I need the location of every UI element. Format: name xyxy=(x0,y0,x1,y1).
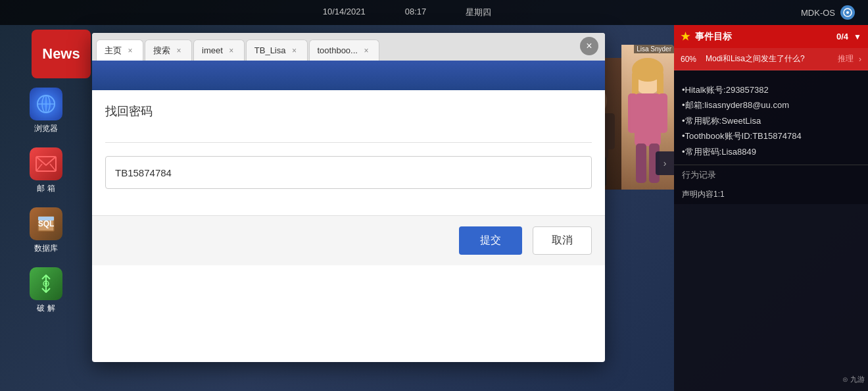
dialog-footer: 提交 取消 xyxy=(92,215,605,265)
cancel-button[interactable]: 取消 xyxy=(533,226,592,255)
tab-tb-lisa-label: TB_Lisa xyxy=(254,45,286,55)
browser-close-button[interactable]: × xyxy=(580,37,598,55)
behavior-item: 声明内容1:1 xyxy=(674,185,868,204)
password-input-field[interactable]: TB15874784 xyxy=(105,156,592,189)
top-bar-right: MDK-OS xyxy=(801,5,855,20)
event-arrow-icon: › xyxy=(859,55,861,64)
svg-rect-24 xyxy=(635,93,661,146)
event-percent: 60% xyxy=(681,55,700,64)
event-title: 事件目标 xyxy=(695,31,732,43)
browser-icon xyxy=(30,88,62,120)
dialog-title: 找回密码 xyxy=(105,103,592,129)
dialog-divider xyxy=(105,142,592,143)
svg-line-7 xyxy=(36,164,42,171)
password-info: •常用密码:Lisa8849 xyxy=(682,144,860,159)
event-count: 0/4 xyxy=(836,32,848,41)
browser-header-bar xyxy=(92,61,605,90)
tab-search[interactable]: 搜索 × xyxy=(145,39,192,61)
info-panel: •Hitalk账号:293857382 •邮箱:lisasnyder88@uu.… xyxy=(674,77,868,165)
chevron-down-icon: ▼ xyxy=(854,32,861,41)
sidebar-item-mail[interactable]: 邮 箱 xyxy=(30,147,62,194)
svg-rect-26 xyxy=(658,93,667,133)
password-input-value: TB15874784 xyxy=(115,167,172,178)
dialog-body: 找回密码 TB15874784 xyxy=(92,90,605,215)
sidebar: 浏览器 邮 箱 SQL 数据库 xyxy=(0,25,92,391)
tab-tb-lisa[interactable]: TB_Lisa × xyxy=(246,39,308,61)
browser-label: 浏览器 xyxy=(34,123,58,134)
tab-toothbook[interactable]: toothboo... × xyxy=(309,39,379,61)
svg-line-8 xyxy=(50,164,56,171)
behavior-header: 行为记录 xyxy=(674,165,868,185)
svg-point-13 xyxy=(45,282,47,285)
tab-home-label: 主页 xyxy=(105,45,122,57)
svg-point-1 xyxy=(846,11,849,14)
chevron-right-icon: › xyxy=(663,158,667,169)
event-item: 60% Modi和Lisa之间发生了什么? 推理 › xyxy=(674,48,868,70)
news-badge[interactable]: News xyxy=(32,30,91,78)
time-display: 08:17 xyxy=(405,7,427,18)
watermark-text: 九游 xyxy=(850,375,865,383)
tab-toothbook-label: toothboo... xyxy=(318,45,358,55)
char-female-label: Lisa Snyder xyxy=(634,45,674,53)
browser-window: 主页 × 搜索 × imeet × TB_Lisa × toothboo... … xyxy=(92,33,605,362)
top-bar: 10/14/2021 08:17 星期四 MDK-OS xyxy=(0,0,868,25)
event-action[interactable]: 推理 xyxy=(838,53,854,65)
db-icon: SQL xyxy=(30,207,62,240)
panel-arrow[interactable]: › xyxy=(656,151,674,175)
news-label: News xyxy=(42,45,80,63)
mail-icon xyxy=(30,147,62,180)
svg-rect-25 xyxy=(628,93,637,133)
hitalk-info: •Hitalk账号:293857382 xyxy=(682,82,860,97)
sidebar-item-browser[interactable]: 浏览器 xyxy=(30,88,62,134)
os-label: MDK-OS xyxy=(801,8,835,18)
nickname-info: •常用昵称:SweetLisa xyxy=(682,113,860,128)
tab-home-close[interactable]: × xyxy=(126,46,135,55)
watermark: ⊙ 九游 xyxy=(842,375,865,384)
mail-label: 邮 箱 xyxy=(37,183,55,194)
tab-home[interactable]: 主页 × xyxy=(96,39,143,61)
tab-tb-lisa-close[interactable]: × xyxy=(290,46,299,55)
watermark-icon: ⊙ xyxy=(842,375,848,383)
svg-rect-17 xyxy=(605,113,615,149)
day-display: 星期四 xyxy=(466,7,491,18)
svg-text:SQL: SQL xyxy=(38,219,55,228)
svg-rect-11 xyxy=(38,217,54,221)
desktop: 10/14/2021 08:17 星期四 MDK-OS News xyxy=(0,0,868,391)
tab-search-label: 搜索 xyxy=(153,45,170,57)
tab-imeet-label: imeet xyxy=(202,45,223,55)
event-header: ★ 事件目标 0/4 ▼ xyxy=(674,25,868,48)
tab-search-close[interactable]: × xyxy=(174,46,183,55)
hack-label: 破 解 xyxy=(37,303,55,314)
svg-rect-27 xyxy=(636,143,646,183)
date-display: 10/14/2021 xyxy=(323,7,366,18)
tab-imeet[interactable]: imeet × xyxy=(193,39,245,61)
event-text: Modi和Lisa之间发生了什么? xyxy=(706,53,832,65)
right-panel: ★ 事件目标 0/4 ▼ 60% Modi和Lisa之间发生了什么? 推理 › … xyxy=(674,25,868,391)
sidebar-item-db[interactable]: SQL 数据库 xyxy=(30,207,62,254)
db-label: 数据库 xyxy=(34,243,58,254)
tab-toothbook-close[interactable]: × xyxy=(362,46,371,55)
hack-icon xyxy=(30,267,62,300)
tab-imeet-close[interactable]: × xyxy=(227,46,236,55)
star-icon: ★ xyxy=(681,30,690,43)
submit-button[interactable]: 提交 xyxy=(459,226,522,255)
os-logo-icon xyxy=(840,5,855,20)
tab-bar: 主页 × 搜索 × imeet × TB_Lisa × toothboo... … xyxy=(92,33,605,61)
sidebar-item-hack[interactable]: 破 解 xyxy=(30,267,62,314)
toothbook-id-info: •Toothbook账号ID:TB15874784 xyxy=(682,128,860,143)
close-icon: × xyxy=(586,40,592,52)
email-info: •邮箱:lisasnyder88@uu.com xyxy=(682,97,860,113)
top-bar-center: 10/14/2021 08:17 星期四 xyxy=(323,7,492,18)
